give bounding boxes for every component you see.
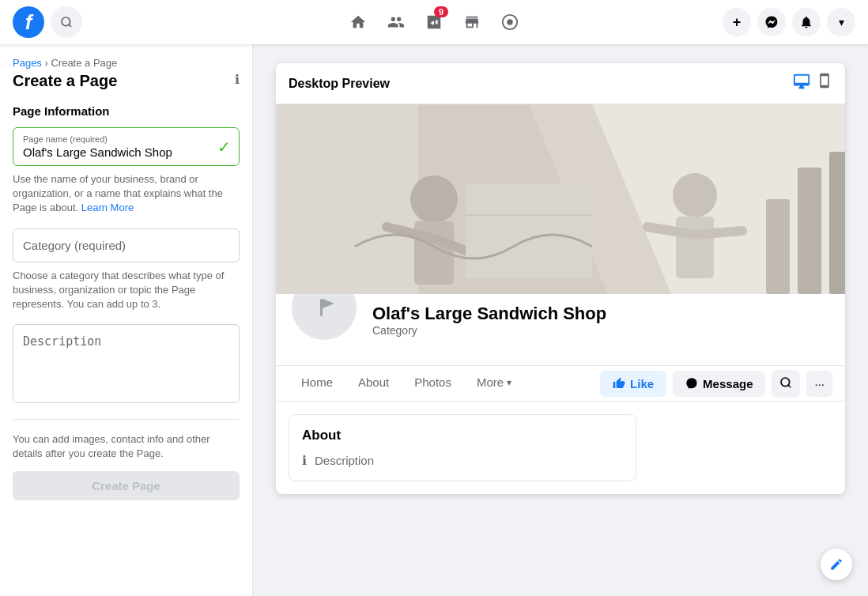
profile-info: Olaf's Large Sandwich Shop Category <box>372 304 606 343</box>
about-section: About ℹ Description <box>276 402 845 494</box>
about-description-text: Description <box>315 454 374 467</box>
right-panel: Desktop Preview <box>253 44 868 596</box>
svg-line-24 <box>789 385 791 387</box>
svg-point-23 <box>781 378 790 387</box>
svg-rect-18 <box>798 168 821 294</box>
category-helper: Choose a category that describes what ty… <box>13 269 240 312</box>
svg-point-3 <box>507 19 512 25</box>
preview-title: Desktop Preview <box>289 77 390 91</box>
nav-about[interactable]: About <box>345 366 402 401</box>
section-title: Page Information <box>13 104 240 118</box>
main-content: Pages › Create a Page Create a Page ℹ Pa… <box>0 44 868 596</box>
breadcrumb: Pages › Create a Page <box>13 57 240 69</box>
svg-point-13 <box>673 173 717 217</box>
about-card: About ℹ Description <box>289 414 636 481</box>
svg-line-1 <box>69 25 71 27</box>
breadcrumb-pages-link[interactable]: Pages <box>13 57 42 69</box>
like-button[interactable]: Like <box>600 371 666 397</box>
notifications-button[interactable] <box>792 8 821 36</box>
desktop-view-button[interactable] <box>793 73 810 94</box>
profile-category: Category <box>372 324 606 337</box>
facebook-logo: f <box>13 6 44 38</box>
nav-more[interactable]: More ▾ <box>464 366 524 401</box>
svg-line-16 <box>695 231 742 235</box>
page-nav-actions: Like Message ··· <box>600 370 832 398</box>
nav-left: f <box>13 6 82 38</box>
search-page-button[interactable] <box>772 370 800 398</box>
preview-card: Desktop Preview <box>276 63 845 494</box>
nav-center: 9 <box>339 3 529 41</box>
svg-rect-19 <box>829 152 845 294</box>
create-page-button[interactable]: Create Page <box>13 471 240 500</box>
description-input[interactable] <box>13 324 240 403</box>
more-options-button[interactable]: ··· <box>806 371 832 397</box>
preview-header: Desktop Preview <box>276 63 845 104</box>
svg-point-7 <box>410 175 458 223</box>
search-button[interactable] <box>51 6 82 38</box>
message-button[interactable]: Message <box>673 371 765 397</box>
nav-home[interactable]: Home <box>289 366 345 401</box>
bottom-note: You can add images, contact info and oth… <box>13 419 240 461</box>
add-button[interactable]: + <box>723 8 751 36</box>
profile-name: Olaf's Large Sandwich Shop <box>372 304 606 324</box>
category-input[interactable] <box>13 228 240 262</box>
page-name-helper: Use the name of your business, brand or … <box>13 172 240 216</box>
marketplace-nav-button[interactable] <box>453 3 491 41</box>
about-card-title: About <box>302 428 623 443</box>
video-nav-button[interactable]: 9 <box>415 3 453 41</box>
messenger-button[interactable] <box>757 8 786 36</box>
page-name-label: Page name (required) <box>23 134 229 144</box>
about-description-item: ℹ Description <box>302 453 623 468</box>
learn-more-link[interactable]: Learn More <box>81 202 134 213</box>
mobile-view-button[interactable] <box>817 73 832 94</box>
friends-nav-button[interactable] <box>377 3 415 41</box>
page-navigation: Home About Photos More ▾ Like Message <box>276 366 845 402</box>
svg-rect-11 <box>466 183 592 278</box>
page-name-value: Olaf's Large Sandwich Shop <box>23 145 229 159</box>
svg-point-0 <box>62 17 70 26</box>
svg-rect-14 <box>676 217 714 278</box>
preview-view-icons <box>793 73 832 94</box>
home-nav-button[interactable] <box>339 3 377 41</box>
account-menu-button[interactable]: ▾ <box>827 8 855 36</box>
page-title: Create a Page <box>13 72 117 90</box>
left-panel: Pages › Create a Page Create a Page ℹ Pa… <box>0 44 253 596</box>
svg-rect-17 <box>766 199 790 294</box>
video-badge: 9 <box>434 6 448 17</box>
cover-photo <box>276 104 845 294</box>
valid-check-icon: ✓ <box>217 138 231 157</box>
groups-nav-button[interactable] <box>491 3 529 41</box>
nav-right: + ▾ <box>723 8 855 36</box>
svg-rect-21 <box>320 299 323 316</box>
page-name-field[interactable]: Page name (required) Olaf's Large Sandwi… <box>13 127 240 166</box>
info-about-icon: ℹ <box>302 453 307 468</box>
more-chevron-icon: ▾ <box>507 377 511 388</box>
top-navigation: f 9 + ▾ <box>0 0 868 44</box>
cover-illustration <box>276 104 845 294</box>
info-icon[interactable]: ℹ <box>235 72 240 87</box>
edit-fab-button[interactable] <box>821 549 852 580</box>
nav-photos[interactable]: Photos <box>402 366 464 401</box>
